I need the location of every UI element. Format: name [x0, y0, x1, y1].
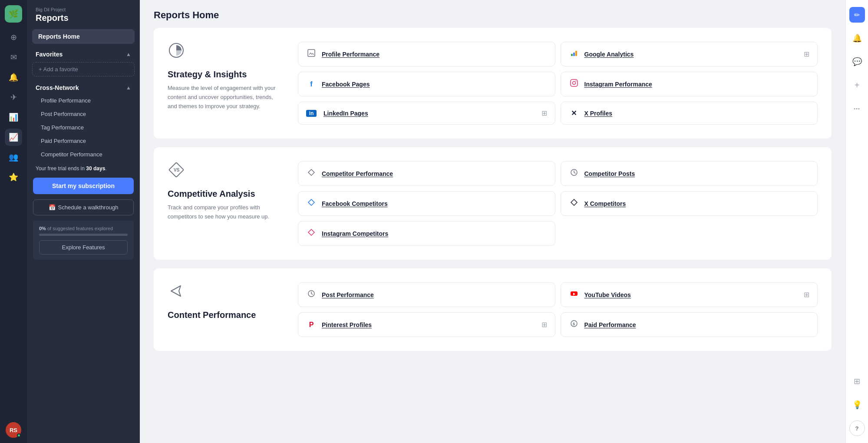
- competitive-left: VS Competitive Analysis Track and compar…: [168, 161, 281, 246]
- profile-performance-label: Profile Performance: [322, 51, 380, 58]
- nav-icon-alerts[interactable]: 🔔: [5, 69, 22, 86]
- x-competitors-label: X Competitors: [584, 200, 626, 207]
- online-indicator: [17, 433, 21, 437]
- report-competitor-performance[interactable]: Competitor Performance: [298, 161, 555, 186]
- calendar-icon: 📅: [49, 204, 56, 211]
- report-x-profiles[interactable]: ✕ X Profiles: [561, 102, 818, 125]
- sidebar-title: Reports: [36, 13, 131, 23]
- svg-rect-1: [575, 51, 577, 56]
- report-google-analytics[interactable]: Google Analytics ⊞: [561, 42, 818, 66]
- strategy-grid: Profile Performance Google Analytics: [298, 42, 818, 125]
- start-subscription-button[interactable]: Start my subscription: [33, 178, 134, 194]
- content-title: Content Performance: [168, 310, 281, 320]
- sidebar: Big Dil Project Reports Reports Home Fav…: [27, 0, 140, 443]
- google-analytics-add[interactable]: ⊞: [804, 50, 809, 58]
- linkedin-pages-add[interactable]: ⊞: [541, 109, 547, 117]
- sidebar-item-profile-performance[interactable]: Profile Performance: [32, 94, 135, 107]
- edit-button[interactable]: ✏: [849, 7, 865, 23]
- progress-card: 0% of suggested features explored Explor…: [33, 221, 134, 260]
- svg-point-6: [575, 81, 576, 82]
- sidebar-item-post-performance[interactable]: Post Performance: [32, 108, 135, 120]
- notifications-icon[interactable]: 🔔: [849, 30, 865, 46]
- nav-reports-home[interactable]: Reports Home: [32, 29, 135, 44]
- svg-text:$: $: [573, 322, 575, 326]
- report-competitor-posts[interactable]: Competitor Posts: [561, 161, 818, 186]
- page-title: Reports Home: [140, 0, 845, 28]
- facebook-competitors-icon: [306, 198, 317, 208]
- add-icon[interactable]: +: [849, 77, 865, 93]
- competitor-posts-label: Competitor Posts: [584, 170, 635, 177]
- pinterest-profiles-icon: P: [306, 321, 317, 329]
- strategy-icon: [168, 42, 281, 63]
- report-profile-performance[interactable]: Profile Performance: [298, 42, 555, 66]
- help-icon[interactable]: ?: [849, 420, 865, 436]
- nav-icon-reports[interactable]: 📈: [5, 129, 22, 146]
- report-pinterest-profiles[interactable]: P Pinterest Profiles ⊞: [298, 312, 555, 337]
- user-avatar[interactable]: RS: [6, 422, 21, 438]
- sidebar-item-competitor-performance[interactable]: Competitor Performance: [32, 148, 135, 161]
- report-facebook-competitors[interactable]: Facebook Competitors: [298, 191, 555, 216]
- competitor-performance-label: Competitor Performance: [322, 170, 393, 177]
- linkedin-pages-label: LinkedIn Pages: [323, 110, 368, 117]
- report-instagram-performance[interactable]: Instagram Performance: [561, 72, 818, 96]
- competitive-section: VS Competitive Analysis Track and compar…: [154, 147, 832, 260]
- favorites-section-header[interactable]: Favorites ▲: [27, 45, 140, 60]
- schedule-walkthrough-button[interactable]: 📅 Schedule a walkthrough: [33, 199, 134, 215]
- nav-icon-publish[interactable]: ✈: [5, 89, 22, 106]
- right-rail: ✏ 🔔 💬 + ••• ⊞ 💡 ?: [845, 0, 868, 443]
- instagram-competitors-icon: [306, 228, 317, 238]
- competitive-icon: VS: [168, 161, 281, 182]
- report-post-performance[interactable]: Post Performance: [298, 282, 555, 307]
- nav-icon-inbox[interactable]: ✉: [5, 49, 22, 66]
- report-paid-performance[interactable]: $ Paid Performance: [561, 312, 818, 337]
- report-youtube-videos[interactable]: YouTube Videos ⊞: [561, 282, 818, 307]
- report-x-competitors[interactable]: X Competitors: [561, 191, 818, 216]
- main-content: Reports Home Strategy & Insights Measure…: [140, 0, 845, 443]
- chat-icon[interactable]: 💬: [849, 54, 865, 69]
- brand-logo[interactable]: 🌿: [5, 5, 22, 23]
- x-profiles-icon: ✕: [569, 109, 579, 117]
- competitive-desc: Track and compare your profiles with com…: [168, 203, 281, 222]
- post-performance-icon: [306, 290, 317, 300]
- table-icon[interactable]: ⊞: [849, 374, 865, 389]
- svg-point-5: [572, 82, 575, 85]
- cross-network-chevron[interactable]: ▲: [126, 85, 131, 91]
- progress-pct: 0%: [39, 226, 46, 231]
- content-left: Content Performance: [168, 282, 281, 337]
- google-analytics-icon: [569, 49, 579, 59]
- project-label: Big Dil Project: [36, 7, 131, 12]
- sidebar-item-tag-performance[interactable]: Tag Performance: [32, 121, 135, 134]
- youtube-videos-add[interactable]: ⊞: [804, 291, 809, 299]
- pinterest-profiles-add[interactable]: ⊞: [541, 321, 547, 329]
- pinterest-profiles-label: Pinterest Profiles: [322, 321, 372, 328]
- paid-performance-icon: $: [569, 320, 579, 330]
- nav-icon-engage[interactable]: 📊: [5, 109, 22, 126]
- facebook-competitors-label: Facebook Competitors: [322, 200, 388, 207]
- trial-notice: Your free trial ends in 30 days.: [33, 165, 134, 172]
- cross-network-label: Cross-Network: [36, 84, 79, 91]
- google-analytics-label: Google Analytics: [584, 51, 634, 58]
- svg-text:VS: VS: [174, 168, 180, 172]
- add-favorite-button[interactable]: + Add a favorite: [32, 62, 135, 76]
- progress-label-text: of suggested features explored: [47, 226, 113, 231]
- progress-label: 0% of suggested features explored: [39, 226, 128, 231]
- report-facebook-pages[interactable]: f Facebook Pages: [298, 72, 555, 96]
- facebook-pages-icon: f: [306, 80, 317, 88]
- favorites-chevron[interactable]: ▲: [126, 51, 131, 57]
- report-instagram-competitors[interactable]: Instagram Competitors: [298, 221, 555, 246]
- sidebar-item-paid-performance[interactable]: Paid Performance: [32, 135, 135, 147]
- cross-network-section-header[interactable]: Cross-Network ▲: [27, 78, 140, 94]
- strategy-section: Strategy & Insights Measure the level of…: [154, 28, 832, 139]
- nav-icon-people[interactable]: 👥: [5, 149, 22, 166]
- explore-features-button[interactable]: Explore Features: [39, 240, 128, 255]
- svg-rect-4: [571, 79, 578, 86]
- report-linkedin-pages[interactable]: in LinkedIn Pages ⊞: [298, 102, 555, 125]
- bulb-icon[interactable]: 💡: [849, 397, 865, 413]
- competitive-grid: Competitor Performance Competitor Posts: [298, 161, 818, 246]
- favorites-label: Favorites: [36, 51, 63, 58]
- nav-icon-star[interactable]: ⭐: [5, 169, 22, 186]
- sidebar-header: Big Dil Project Reports: [27, 0, 140, 28]
- more-icon[interactable]: •••: [849, 101, 865, 116]
- instagram-performance-icon: [569, 79, 579, 89]
- nav-icon-home[interactable]: ⊕: [5, 29, 22, 46]
